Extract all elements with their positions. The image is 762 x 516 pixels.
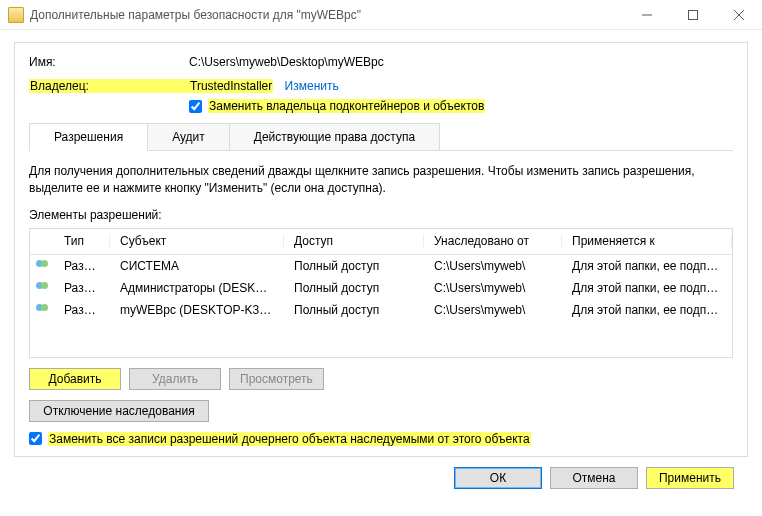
cell-applies: Для этой папки, ее подпапок ... (562, 259, 732, 273)
owner-value: TrustedInstaller (189, 79, 273, 93)
cell-inherited: C:\Users\myweb\ (424, 281, 562, 295)
delete-button[interactable]: Удалить (129, 368, 221, 390)
change-owner-link[interactable]: Изменить (285, 79, 339, 93)
replace-owner-checkbox[interactable] (189, 100, 202, 113)
disable-inheritance-button[interactable]: Отключение наследования (29, 400, 209, 422)
cell-subject: Администраторы (DESKTOP-... (110, 281, 284, 295)
tab-audit[interactable]: Аудит (147, 123, 230, 150)
cell-inherited: C:\Users\myweb\ (424, 259, 562, 273)
cell-type: Разр... (54, 259, 110, 273)
replace-child-label: Заменить все записи разрешений дочернего… (48, 432, 531, 446)
window-controls (624, 0, 762, 29)
users-icon (36, 260, 52, 272)
table-row[interactable]: Разр...Администраторы (DESKTOP-...Полный… (30, 277, 732, 299)
cell-subject: myWEBpc (DESKTOP-K3T25N... (110, 303, 284, 317)
col-applies[interactable]: Применяется к (562, 234, 732, 248)
tab-strip: Разрешения Аудит Действующие права досту… (29, 123, 733, 151)
cell-applies: Для этой папки, ее подпапок ... (562, 281, 732, 295)
tab-permissions[interactable]: Разрешения (29, 123, 148, 150)
replace-child-checkbox[interactable] (29, 432, 42, 445)
owner-label: Владелец: (29, 79, 189, 93)
minimize-button[interactable] (624, 0, 670, 29)
main-panel: Имя: C:\Users\myweb\Desktop\myWEBpc Влад… (14, 42, 748, 457)
cell-subject: СИСТЕМА (110, 259, 284, 273)
cell-type: Разр... (54, 281, 110, 295)
col-subject[interactable]: Субъект (110, 234, 284, 248)
cell-type: Разр... (54, 303, 110, 317)
col-type[interactable]: Тип (54, 234, 110, 248)
svg-rect-1 (689, 10, 698, 19)
cell-inherited: C:\Users\myweb\ (424, 303, 562, 317)
users-icon (36, 282, 52, 294)
table-header: Тип Субъект Доступ Унаследовано от Приме… (30, 229, 732, 255)
window-title: Дополнительные параметры безопасности дл… (30, 8, 624, 22)
users-icon (36, 304, 52, 316)
titlebar: Дополнительные параметры безопасности дл… (0, 0, 762, 30)
col-access[interactable]: Доступ (284, 234, 424, 248)
table-row[interactable]: Разр...myWEBpc (DESKTOP-K3T25N...Полный … (30, 299, 732, 321)
cancel-button[interactable]: Отмена (550, 467, 638, 489)
apply-button[interactable]: Применить (646, 467, 734, 489)
name-label: Имя: (29, 55, 189, 69)
col-inherited[interactable]: Унаследовано от (424, 234, 562, 248)
info-text: Для получения дополнительных сведений дв… (29, 163, 733, 198)
folder-icon (8, 7, 24, 23)
tab-effective-access[interactable]: Действующие права доступа (229, 123, 440, 150)
cell-access: Полный доступ (284, 281, 424, 295)
view-button[interactable]: Просмотреть (229, 368, 324, 390)
cell-applies: Для этой папки, ее подпапок ... (562, 303, 732, 317)
maximize-button[interactable] (670, 0, 716, 29)
add-button[interactable]: Добавить (29, 368, 121, 390)
cell-access: Полный доступ (284, 303, 424, 317)
entries-label: Элементы разрешений: (29, 208, 733, 222)
name-value: C:\Users\myweb\Desktop\myWEBpc (189, 55, 733, 69)
close-button[interactable] (716, 0, 762, 29)
replace-owner-label: Заменить владельца подконтейнеров и объе… (208, 99, 485, 113)
ok-button[interactable]: ОК (454, 467, 542, 489)
table-row[interactable]: Разр...СИСТЕМАПолный доступC:\Users\mywe… (30, 255, 732, 277)
dialog-footer: ОК Отмена Применить (14, 457, 748, 489)
cell-access: Полный доступ (284, 259, 424, 273)
permissions-table: Тип Субъект Доступ Унаследовано от Приме… (29, 228, 733, 358)
